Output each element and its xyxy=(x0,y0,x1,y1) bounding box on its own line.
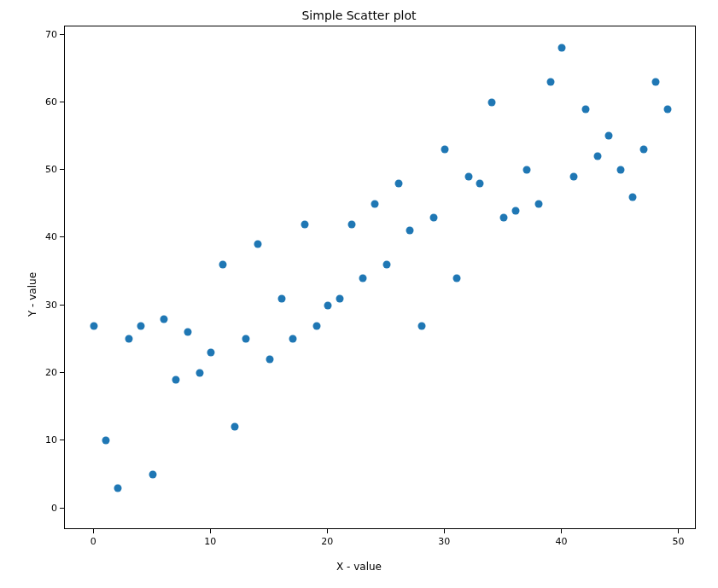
x-tick-label: 0 xyxy=(90,536,96,547)
x-tick-mark xyxy=(210,529,211,533)
data-point xyxy=(114,484,121,492)
data-point xyxy=(382,261,390,269)
x-tick-mark xyxy=(561,529,562,533)
data-point xyxy=(464,173,472,181)
y-tick-mark xyxy=(60,236,64,237)
data-point xyxy=(254,241,262,248)
y-tick-mark xyxy=(60,305,64,306)
data-point xyxy=(324,301,332,309)
x-tick-mark xyxy=(444,529,445,533)
data-point xyxy=(406,227,414,235)
data-point xyxy=(488,98,496,106)
data-point xyxy=(359,275,367,282)
data-point xyxy=(616,166,624,174)
y-tick-mark xyxy=(60,102,64,102)
data-point xyxy=(172,376,180,383)
data-point xyxy=(231,423,238,431)
x-tick-mark xyxy=(93,529,94,533)
data-point xyxy=(593,153,601,160)
data-point xyxy=(628,193,636,201)
x-tick-mark xyxy=(678,529,679,533)
data-point xyxy=(535,200,543,207)
x-tick-label: 10 xyxy=(204,536,216,547)
data-point xyxy=(499,213,507,221)
data-point xyxy=(336,294,344,302)
data-point xyxy=(149,470,156,478)
y-tick-label: 60 xyxy=(40,96,57,107)
data-point xyxy=(417,322,425,329)
chart-title: Simple Scatter plot xyxy=(0,9,718,22)
data-point xyxy=(558,44,566,52)
y-tick-label: 10 xyxy=(40,434,57,445)
data-point xyxy=(312,322,320,329)
y-tick-label: 0 xyxy=(40,502,57,513)
data-point xyxy=(394,179,402,187)
data-point xyxy=(581,105,589,113)
y-tick-mark xyxy=(60,34,64,35)
scatter-chart: Simple Scatter plot Y - value X - value … xyxy=(0,0,718,588)
x-axis-label: X - value xyxy=(0,561,718,573)
data-point xyxy=(546,79,554,86)
data-point xyxy=(640,146,648,154)
y-tick-mark xyxy=(60,508,64,509)
y-tick-label: 30 xyxy=(40,299,57,310)
data-point xyxy=(605,132,613,140)
data-point xyxy=(277,294,285,302)
x-tick-label: 20 xyxy=(321,536,333,547)
data-point xyxy=(289,335,297,343)
data-point xyxy=(453,275,461,282)
y-axis-label: Y - value xyxy=(26,271,38,316)
data-point xyxy=(371,200,379,207)
plot-area xyxy=(64,26,696,529)
x-tick-mark xyxy=(327,529,328,533)
data-point xyxy=(652,79,660,86)
y-tick-mark xyxy=(60,440,64,440)
x-tick-label: 30 xyxy=(438,536,450,547)
data-point xyxy=(429,213,437,221)
data-point xyxy=(441,146,449,154)
data-point xyxy=(219,261,227,269)
data-point xyxy=(663,105,671,113)
x-tick-label: 50 xyxy=(672,536,684,547)
x-tick-label: 40 xyxy=(555,536,567,547)
data-point xyxy=(161,315,168,323)
data-point xyxy=(184,329,191,336)
data-point xyxy=(126,335,133,343)
y-tick-label: 50 xyxy=(40,164,57,175)
data-point xyxy=(102,437,109,445)
y-tick-mark xyxy=(60,372,64,373)
data-point xyxy=(196,370,203,377)
data-point xyxy=(301,220,308,228)
data-point xyxy=(242,335,250,343)
data-point xyxy=(137,322,145,329)
y-tick-label: 20 xyxy=(40,367,57,378)
data-point xyxy=(570,173,578,181)
data-point xyxy=(347,220,355,228)
data-point xyxy=(90,322,98,329)
y-tick-label: 40 xyxy=(40,231,57,242)
data-point xyxy=(207,349,215,357)
data-point xyxy=(476,179,484,187)
y-tick-mark xyxy=(60,169,64,170)
data-point xyxy=(523,166,531,174)
data-point xyxy=(511,207,519,214)
y-tick-label: 70 xyxy=(40,28,57,39)
data-point xyxy=(266,356,273,364)
